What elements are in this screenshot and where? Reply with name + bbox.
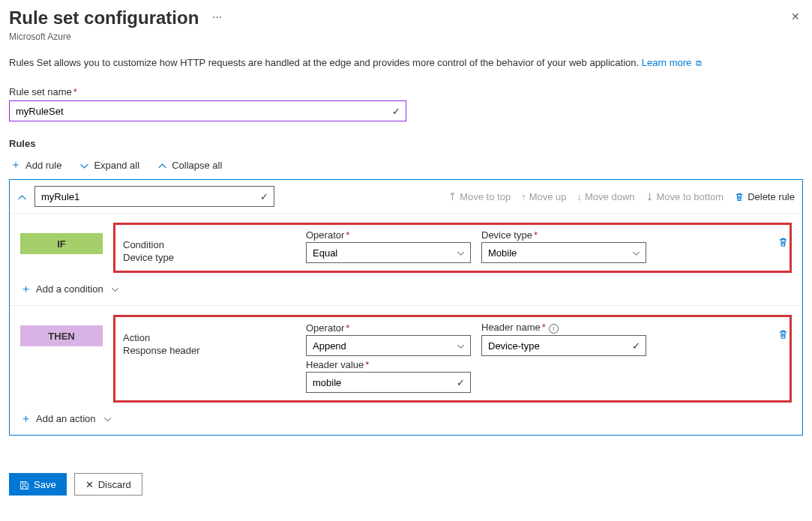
save-button[interactable]: Save [9,473,67,496]
then-section: THEN Action Response header Operator* Ap… [10,306,802,435]
add-action-button[interactable]: ＋ Add an action [20,412,112,426]
then-operator-label: Operator* [306,322,471,334]
add-rule-button[interactable]: ＋ Add rule [9,155,63,175]
close-button[interactable]: ✕ [788,7,803,25]
discard-button[interactable]: ✕ Discard [74,473,142,496]
plus-icon: ＋ [20,412,31,426]
close-icon: ✕ [85,479,94,490]
trash-icon [734,190,745,202]
operator-select[interactable]: Equal [306,242,471,263]
rule-header: ✓ ⤒Move to top ↑Move up ↓Move down ⤓Move… [10,180,802,213]
chevron-down-icon [79,159,89,171]
description-text: Rules Set allows you to customize how HT… [9,57,803,68]
if-badge: IF [20,233,103,254]
move-down-button: ↓Move down [577,191,635,202]
footer-actions: Save ✕ Discard [9,473,803,496]
plus-icon: ＋ [10,158,21,172]
page-header: Rule set configuration ⋯ Microsoft Azure… [9,7,803,42]
collapse-all-button[interactable]: Collapse all [156,156,223,174]
plus-icon: ＋ [20,282,31,296]
delete-rule-button[interactable]: Delete rule [734,190,795,202]
save-icon [19,478,29,490]
then-operator-select[interactable]: Append [306,335,471,356]
rule-name-input[interactable] [34,186,274,207]
page-title: Rule set configuration [9,7,199,28]
header-value-input[interactable] [306,372,471,393]
learn-more-link[interactable]: Learn more ⧉ [642,57,702,68]
chevron-up-icon [157,159,167,171]
device-type-select[interactable]: Mobile [481,242,646,263]
rule-set-name-input[interactable] [9,100,406,121]
chevron-down-icon [103,414,112,424]
header-value-label: Header value* [306,359,471,370]
close-icon: ✕ [791,10,800,22]
then-badge: THEN [20,325,103,346]
operator-label: Operator* [306,229,471,241]
info-icon[interactable]: i [549,324,559,334]
arrow-bottom-icon: ⤓ [646,191,654,202]
arrow-top-icon: ⤒ [448,191,457,202]
if-highlight-box: Condition Device type Operator* Equal De… [113,223,792,273]
if-section: IF Condition Device type Operator* Equal [10,214,802,306]
header-name-label: Header name*i [481,322,646,334]
rule-collapse-toggle[interactable] [17,190,27,202]
move-to-top-button: ⤒Move to top [448,191,511,202]
rule-set-name-label: Rule set name* [9,86,803,97]
add-condition-button[interactable]: ＋ Add a condition [20,282,119,296]
arrow-up-icon: ↑ [521,191,526,202]
rules-toolbar: ＋ Add rule Expand all Collapse all [9,155,803,175]
delete-condition-button[interactable] [778,235,789,248]
move-up-button: ↑Move up [521,191,566,202]
header-name-input[interactable] [481,335,646,356]
device-type-label: Device type* [481,229,646,241]
rules-heading: Rules [9,138,803,149]
action-value: Response header [123,345,295,356]
more-icon[interactable]: ⋯ [212,11,222,22]
page-subtitle: Microsoft Azure [9,31,222,42]
action-label: Action [123,332,295,343]
move-to-bottom-button: ⤓Move to bottom [646,191,724,202]
arrow-down-icon: ↓ [577,191,583,202]
condition-value: Device type [123,252,295,263]
delete-action-button[interactable] [778,327,789,340]
chevron-down-icon [111,284,119,294]
condition-label: Condition [123,239,295,250]
rule-card: ✓ ⤒Move to top ↑Move up ↓Move down ⤓Move… [9,179,803,436]
expand-all-button[interactable]: Expand all [78,156,141,174]
external-link-icon: ⧉ [696,58,702,67]
then-highlight-box: Action Response header Operator* Append … [113,315,792,403]
